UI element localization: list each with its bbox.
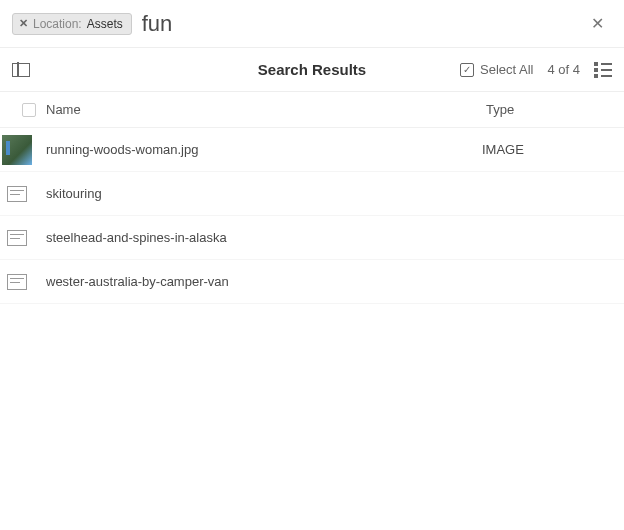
results-area: Name Type running-woods-woman.jpgIMAGEsk…	[0, 92, 624, 304]
header-checkbox[interactable]	[22, 103, 36, 117]
filter-chip-location[interactable]: ✕ Location: Assets	[12, 13, 132, 35]
toolbar-actions: Select All 4 of 4	[460, 62, 612, 78]
header-check-column	[12, 103, 46, 117]
result-count: 4 of 4	[547, 62, 580, 77]
content-fragment-icon	[2, 179, 32, 209]
column-header-name[interactable]: Name	[46, 102, 486, 117]
result-name: running-woods-woman.jpg	[46, 142, 482, 157]
result-name: wester-australia-by-camper-van	[46, 274, 482, 289]
results-header-row: Name Type	[0, 92, 624, 128]
result-name: steelhead-and-spines-in-alaska	[46, 230, 482, 245]
search-input-wrapper	[140, 11, 575, 37]
result-row[interactable]: wester-australia-by-camper-van	[0, 260, 624, 304]
results-title: Search Results	[258, 61, 366, 78]
results-toolbar: Search Results Select All 4 of 4	[0, 48, 624, 92]
thumbnail-image	[2, 135, 32, 165]
remove-filter-icon[interactable]: ✕	[19, 17, 28, 30]
close-search-icon[interactable]: ✕	[583, 10, 612, 37]
result-row[interactable]: running-woods-woman.jpgIMAGE	[0, 128, 624, 172]
select-all-label: Select All	[480, 62, 533, 77]
rail-toggle-icon[interactable]	[12, 63, 30, 77]
column-header-type[interactable]: Type	[486, 102, 612, 117]
checkbox-icon	[460, 63, 474, 77]
result-type: IMAGE	[482, 142, 612, 157]
search-bar: ✕ Location: Assets ✕	[0, 0, 624, 48]
content-fragment-icon	[2, 267, 32, 297]
result-row[interactable]: skitouring	[0, 172, 624, 216]
result-row[interactable]: steelhead-and-spines-in-alaska	[0, 216, 624, 260]
filter-label: Location:	[33, 17, 82, 31]
select-all-button[interactable]: Select All	[460, 62, 533, 77]
search-input[interactable]	[140, 11, 575, 37]
filter-value: Assets	[87, 17, 123, 31]
content-fragment-icon	[2, 223, 32, 253]
view-switcher-icon[interactable]	[594, 62, 612, 78]
result-name: skitouring	[46, 186, 482, 201]
